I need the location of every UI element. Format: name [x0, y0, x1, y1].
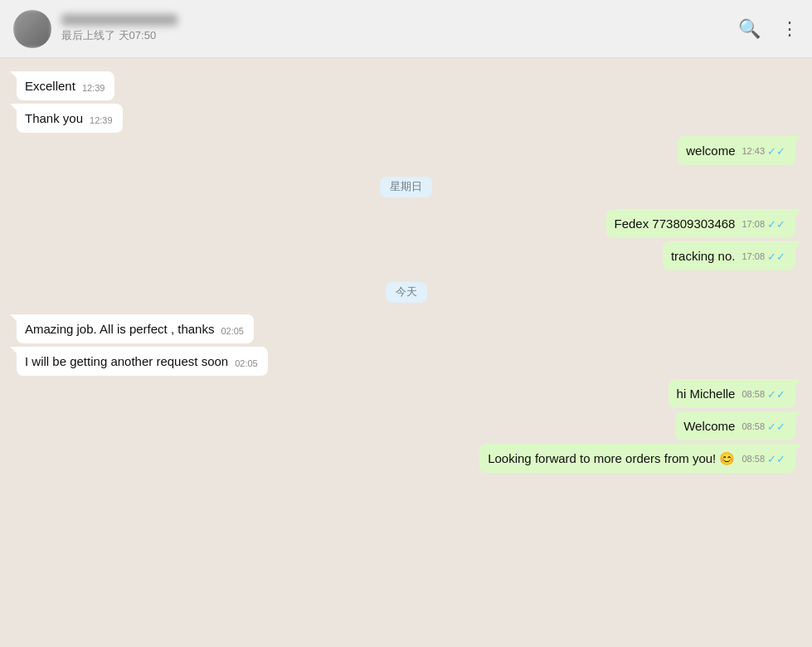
message-text: welcome [686, 144, 735, 158]
message-text: Thank you [25, 111, 83, 125]
contact-name-blur [61, 14, 177, 26]
date-separator: 星期日 [17, 177, 795, 197]
date-separator: 今天 [17, 282, 795, 303]
message-meta: 02:05 [221, 325, 244, 338]
message-meta: 02:05 [235, 358, 258, 370]
sent-message-bubble: Fedex 77380930346817:08✓✓ [606, 209, 796, 238]
message-row: tracking no.17:08✓✓ [17, 241, 795, 270]
sent-message-bubble: Looking forward to more orders from you!… [479, 444, 795, 473]
avatar[interactable] [13, 10, 51, 48]
message-time: 08:58 [741, 421, 765, 433]
message-row: Excellent12:39 [17, 71, 795, 100]
received-message-bubble: Excellent12:39 [17, 71, 114, 100]
message-time: 12:43 [741, 145, 765, 158]
header-icons: 🔍 ⋮ [738, 18, 799, 40]
message-time: 02:05 [221, 325, 244, 338]
message-ticks: ✓✓ [767, 452, 785, 467]
message-time: 08:58 [741, 388, 765, 401]
chat-area: Excellent12:39Thank you12:39welcome12:43… [0, 58, 812, 647]
message-row: welcome12:43✓✓ [17, 136, 795, 165]
message-text: Excellent [25, 79, 75, 93]
message-text: Amazing job. All is perfect , thanks [25, 322, 214, 336]
message-time: 17:08 [741, 218, 765, 231]
received-message-bubble: I will be getting another request soon02… [17, 347, 268, 376]
message-row: Welcome08:58✓✓ [17, 411, 795, 440]
contact-info: 最后上线了 天07:50 [61, 14, 738, 43]
message-meta: 12:43✓✓ [741, 144, 785, 159]
message-row: Looking forward to more orders from you!… [17, 444, 795, 473]
message-meta: 12:39 [90, 114, 113, 127]
message-meta: 08:58✓✓ [741, 387, 785, 402]
contact-status: 最后上线了 天07:50 [61, 28, 738, 43]
sent-message-bubble: hi Michelle08:58✓✓ [669, 379, 795, 408]
received-message-bubble: Thank you12:39 [17, 104, 123, 133]
message-text: hi Michelle [677, 387, 736, 401]
sent-message-bubble: Welcome08:58✓✓ [675, 411, 795, 440]
message-ticks: ✓✓ [767, 387, 785, 402]
message-text: tracking no. [671, 249, 736, 263]
message-time: 08:58 [741, 453, 765, 465]
message-row: hi Michelle08:58✓✓ [17, 379, 795, 408]
message-ticks: ✓✓ [767, 250, 785, 265]
message-time: 12:39 [82, 82, 105, 95]
message-ticks: ✓✓ [767, 420, 785, 435]
message-text: Fedex 773809303468 [615, 216, 736, 231]
message-text: Looking forward to more orders from you!… [488, 451, 735, 465]
message-row: Amazing job. All is perfect , thanks02:0… [17, 314, 795, 343]
message-text: I will be getting another request soon [25, 354, 228, 368]
message-row: Fedex 77380930346817:08✓✓ [17, 209, 795, 238]
message-row: Thank you12:39 [17, 104, 795, 133]
message-meta: 17:08✓✓ [741, 217, 785, 232]
message-ticks: ✓✓ [767, 217, 785, 232]
message-time: 02:05 [235, 358, 258, 370]
chat-header: 最后上线了 天07:50 🔍 ⋮ [0, 0, 812, 58]
sent-message-bubble: tracking no.17:08✓✓ [663, 241, 795, 270]
search-icon[interactable]: 🔍 [738, 18, 761, 40]
message-meta: 08:58✓✓ [741, 452, 785, 467]
message-time: 17:08 [741, 251, 765, 263]
date-separator-text: 今天 [386, 282, 427, 303]
more-options-icon[interactable]: ⋮ [780, 18, 799, 40]
sent-message-bubble: welcome12:43✓✓ [678, 136, 795, 165]
date-separator-text: 星期日 [380, 177, 432, 197]
message-meta: 17:08✓✓ [741, 250, 785, 265]
message-time: 12:39 [90, 114, 113, 127]
message-meta: 08:58✓✓ [741, 420, 785, 435]
message-meta: 12:39 [82, 82, 105, 95]
message-row: I will be getting another request soon02… [17, 347, 795, 376]
received-message-bubble: Amazing job. All is perfect , thanks02:0… [17, 314, 254, 343]
message-text: Welcome [683, 419, 735, 433]
message-ticks: ✓✓ [767, 144, 785, 159]
